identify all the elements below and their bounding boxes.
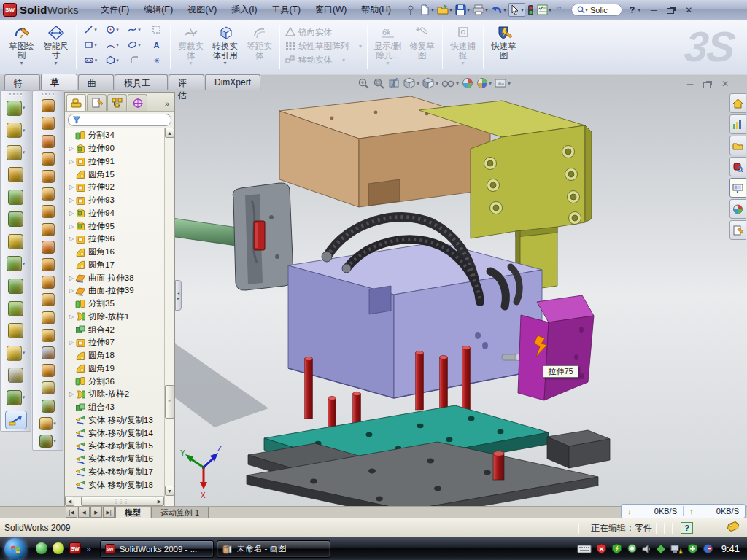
display-style-icon[interactable]: ▾ <box>422 77 438 89</box>
revolved-surface-icon[interactable] <box>42 117 55 130</box>
view-settings-icon[interactable]: ▾ <box>495 77 511 89</box>
tab-曲面[interactable]: 曲面 <box>78 74 114 90</box>
doc-restore-button[interactable] <box>699 77 716 90</box>
line-icon[interactable]: ▾ <box>80 25 101 34</box>
expander-icon[interactable]: ▷ <box>68 287 75 294</box>
doc-minimize-button[interactable]: ─ <box>681 77 699 90</box>
helix-icon[interactable] <box>7 390 22 405</box>
view-orientation-icon[interactable]: ▾ <box>403 77 419 89</box>
tree-item[interactable]: ▷切除-放样1 <box>65 311 174 324</box>
keyboard-icon[interactable] <box>577 545 592 553</box>
tree-item[interactable]: 实体-移动/复制18 <box>65 478 174 491</box>
smart-dimension-button[interactable]: 智能尺寸 ▾ <box>39 23 73 66</box>
trim-surface-icon[interactable] <box>42 329 55 342</box>
quick-launch-overflow[interactable]: » <box>86 544 91 554</box>
extruded-surface-icon[interactable] <box>42 99 55 112</box>
sketch-fillet-icon[interactable] <box>123 55 145 65</box>
tree-item[interactable]: 分割36 <box>65 375 174 388</box>
tab-DimXpert[interactable]: DimXpert <box>205 74 260 90</box>
tab-评估[interactable]: 评估 <box>169 74 204 90</box>
prev-tab-button[interactable]: ◀ <box>78 507 90 518</box>
point-icon[interactable]: ✳ <box>145 55 167 65</box>
tree-item[interactable]: 实体-移动/复制15 <box>65 440 174 453</box>
scroll-left-button[interactable]: ◀ <box>65 497 74 506</box>
dropdown-icon[interactable]: ▾ <box>20 60 23 66</box>
help-button[interactable]: ? <box>630 5 635 15</box>
dropdown-icon[interactable]: ▾ <box>54 60 57 66</box>
first-tab-button[interactable]: |◀ <box>66 507 77 518</box>
lofted-boss-icon[interactable] <box>8 190 23 205</box>
custom-properties-icon[interactable] <box>729 220 746 240</box>
save-icon[interactable]: ▾ <box>454 4 471 16</box>
file-explorer-icon[interactable] <box>729 136 746 155</box>
model-insert-block[interactable] <box>233 183 293 290</box>
menu-file[interactable]: 文件(F) <box>93 1 136 18</box>
quick-tips-button[interactable]: ? <box>681 522 693 534</box>
ellipse-icon[interactable]: ▾ <box>123 40 145 50</box>
text-icon[interactable]: A <box>145 40 167 50</box>
polygon-icon[interactable]: ▾ <box>101 55 123 65</box>
fillet-icon[interactable] <box>7 145 22 160</box>
help-dropdown-icon[interactable]: ▾ <box>638 7 640 13</box>
expander-icon[interactable]: ▷ <box>68 158 75 165</box>
doc-tab-模型[interactable]: 模型 <box>115 507 150 518</box>
panel-splitter-handle[interactable]: ◂▸ <box>175 280 182 311</box>
menu-insert[interactable]: 插入(I) <box>224 1 264 18</box>
model-cavity-block[interactable] <box>288 242 542 398</box>
messenger-icon[interactable] <box>36 542 48 555</box>
menu-window[interactable]: 窗口(W) <box>308 1 354 18</box>
zoom-to-fit-icon[interactable] <box>357 77 370 89</box>
expander-icon[interactable]: ▷ <box>68 197 75 203</box>
expander-icon[interactable]: ▷ <box>68 339 75 346</box>
sketch-button[interactable]: 草图绘制 ▾ <box>4 23 39 66</box>
rectangle-icon[interactable]: ▾ <box>80 40 101 50</box>
undo-icon[interactable]: ▾ <box>490 4 507 16</box>
print-icon[interactable]: ▾ <box>472 4 489 16</box>
reference-geometry-icon[interactable] <box>7 346 22 361</box>
expander-icon[interactable]: ▷ <box>68 223 75 230</box>
scroll-right-button[interactable]: ▶ <box>155 497 164 506</box>
tree-item[interactable]: ▷拉伸95 <box>65 219 174 233</box>
tab-特征[interactable]: 特征 <box>4 74 40 90</box>
search-input[interactable]: ▾ Solic <box>571 4 622 16</box>
antivirus-icon[interactable] <box>596 543 607 554</box>
swept-boss-icon[interactable] <box>8 167 23 182</box>
appearances-scenes-icon[interactable] <box>729 199 746 219</box>
menu-view[interactable]: 视图(V) <box>180 1 224 18</box>
propertymanager-icon[interactable] <box>87 94 107 111</box>
tree-item[interactable]: ▷拉伸90 <box>65 142 174 155</box>
tree-item[interactable]: ▷拉伸93 <box>65 194 174 207</box>
extruded-cut-icon[interactable] <box>7 122 22 138</box>
dropdown-icon[interactable]: ▾ <box>223 60 226 66</box>
expander-icon[interactable]: ▷ <box>68 210 75 217</box>
minimize-button[interactable]: ─ <box>645 4 662 17</box>
extend-surface-icon[interactable] <box>42 311 55 324</box>
dome-icon[interactable] <box>42 400 55 413</box>
volume-icon[interactable] <box>642 544 651 554</box>
doc-close-button[interactable]: ✕ <box>716 77 734 90</box>
last-tab-button[interactable]: ▶| <box>103 507 115 518</box>
linear-pattern-icon[interactable] <box>7 256 22 271</box>
configurationmanager-icon[interactable] <box>107 94 127 111</box>
knit-surface-icon[interactable] <box>42 364 55 377</box>
expander-icon[interactable]: ▷ <box>68 236 75 242</box>
rapid-sketch-button[interactable]: 快速草图 <box>487 23 521 66</box>
tag-icon[interactable] <box>727 521 740 534</box>
tree-item[interactable]: ▷拉伸91 <box>65 155 174 168</box>
next-tab-button[interactable]: ▶ <box>90 507 102 518</box>
restore-button[interactable] <box>662 4 680 17</box>
replace-face-icon[interactable] <box>42 293 55 306</box>
slot-icon[interactable]: ▾ <box>80 55 101 65</box>
offset-surface-icon[interactable] <box>42 223 55 236</box>
pin-icon[interactable] <box>405 4 417 16</box>
edit-appearance-icon[interactable] <box>462 77 473 89</box>
tab-草图[interactable]: 草图 <box>41 74 77 90</box>
instant3d-icon[interactable] <box>5 411 27 429</box>
tree-item[interactable]: 分割34 <box>65 129 174 142</box>
tree-item[interactable]: 组合43 <box>65 401 174 414</box>
untrim-surface-icon[interactable] <box>42 346 55 359</box>
planar-surface-icon[interactable] <box>42 205 55 218</box>
delete-face-icon[interactable] <box>42 276 55 289</box>
boundary-boss-icon[interactable] <box>8 211 23 227</box>
flag-icon[interactable] <box>656 544 666 554</box>
